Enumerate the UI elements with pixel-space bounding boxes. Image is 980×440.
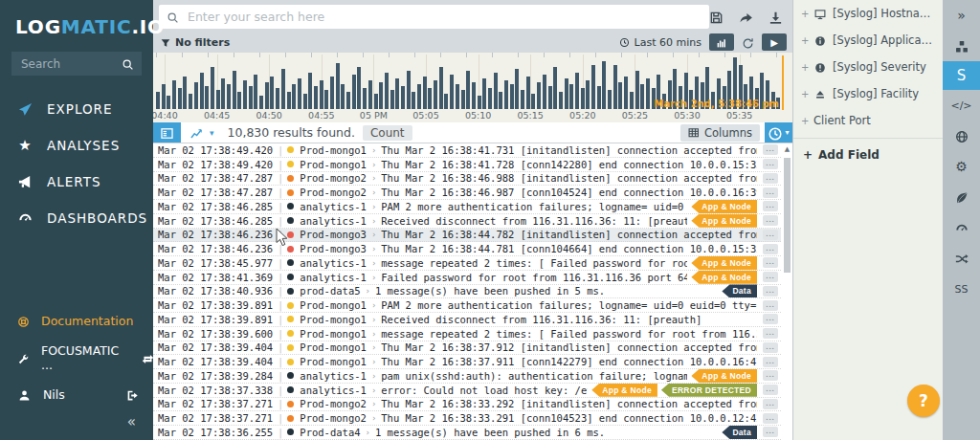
histogram-bar (499, 92, 502, 109)
timeline-histogram[interactable]: 04:4004:4504:5004:5505 PM05:0505:1005:15… (153, 53, 792, 122)
row-options-button[interactable]: ... (763, 244, 778, 254)
save-icon[interactable] (709, 9, 724, 26)
leaf-icon[interactable] (943, 182, 980, 212)
footer-item-documentation[interactable]: Documentation (0, 306, 153, 336)
row-options-button[interactable]: ... (763, 272, 778, 282)
footer-item-nils[interactable]: Nils (0, 380, 153, 409)
row-options-button[interactable]: ... (763, 300, 778, 311)
row-options-button[interactable]: ... (763, 187, 778, 198)
row-options-button[interactable]: ... (763, 427, 778, 437)
sidebar-item-dashboards[interactable]: DASHBOARDS (0, 200, 153, 236)
log-row[interactable]: Mar 02 17:38:39.404|Prod-mongo1›Thu Mar … (153, 355, 781, 369)
log-row[interactable]: Mar 02 17:38:46.285|analytics-1›PAM 2 mo… (153, 200, 781, 214)
row-options-button[interactable]: ... (763, 385, 778, 395)
chart-type-picker[interactable]: ▾ (190, 125, 214, 140)
scroll-up-icon[interactable]: ▲ (783, 145, 791, 153)
log-row[interactable]: Mar 02 17:38:49.420|Prod-mongo1›Thu Mar … (153, 158, 781, 172)
query-search[interactable] (159, 5, 709, 29)
row-options-button[interactable]: ... (763, 357, 778, 367)
log-row[interactable]: Mar 02 17:38:39.404|Prod-mongo1›Thu Mar … (153, 341, 781, 356)
histogram-toggle-button[interactable] (709, 33, 734, 51)
row-options-button[interactable]: ... (763, 201, 778, 211)
time-range-selector[interactable]: Last 60 mins (619, 36, 702, 49)
log-scrollbar[interactable]: ▲ (783, 145, 791, 438)
log-row[interactable]: Mar 02 17:38:37.338|analytics-1›error: C… (153, 384, 781, 398)
no-filters[interactable]: No filters (161, 36, 230, 49)
row-options-button[interactable]: ... (763, 399, 778, 409)
sidebar-collapse-button[interactable]: « (0, 409, 153, 430)
row-options-button[interactable]: ... (763, 286, 778, 297)
add-field-button[interactable]: + Add Field (793, 138, 943, 171)
download-icon[interactable] (768, 9, 783, 26)
chevron-right-icon: › (371, 160, 376, 169)
histogram-bar (276, 88, 279, 109)
log-row[interactable]: Mar 02 17:38:47.287|Prod-mongo2›Thu Mar … (153, 172, 781, 187)
side-panel-toggle-button[interactable] (153, 122, 181, 143)
signout-icon[interactable] (125, 387, 140, 402)
row-options-button[interactable]: ... (763, 230, 778, 240)
share-icon[interactable] (739, 9, 753, 26)
row-options-button[interactable]: ... (763, 328, 778, 339)
log-row[interactable]: Mar 02 17:38:39.600|Prod-mongo1›message … (153, 327, 781, 341)
modules-icon[interactable] (943, 31, 980, 61)
expand-right-icon[interactable]: » (943, 0, 980, 31)
row-options-button[interactable]: ... (763, 257, 778, 268)
row-options-button[interactable]: ... (763, 342, 778, 353)
field-item[interactable]: +[Syslog] Application N... (793, 27, 943, 54)
shuffle-icon[interactable] (943, 243, 980, 274)
row-options-button[interactable]: ... (763, 144, 778, 155)
gauge-icon (17, 209, 33, 227)
refresh-icon[interactable] (742, 35, 754, 50)
log-row[interactable]: Mar 02 17:38:39.284|analytics-1›pam_unix… (153, 369, 781, 384)
scrollbar-thumb[interactable] (784, 158, 791, 273)
log-row[interactable]: Mar 02 17:38:46.285|analytics-1›Received… (153, 214, 781, 229)
log-row[interactable]: Mar 02 17:38:41.369|analytics-1›Failed p… (153, 271, 781, 285)
log-row[interactable]: Mar 02 17:38:46.236|Prod-mongo3›Thu Mar … (153, 242, 781, 256)
count-chip[interactable]: Count (363, 125, 412, 141)
row-options-button[interactable]: ... (763, 215, 778, 226)
globe-icon[interactable] (943, 121, 980, 151)
log-row[interactable]: Mar 02 17:38:39.891|Prod-mongo1›PAM 2 mo… (153, 298, 781, 313)
field-item[interactable]: +[Syslog] Hostname (793, 0, 943, 27)
log-row[interactable]: Mar 02 17:38:47.287|Prod-mongo2›Thu Mar … (153, 186, 781, 200)
swap-icon[interactable] (142, 351, 154, 365)
sidebar-item-explore[interactable]: EXPLORE (0, 91, 153, 127)
play-button[interactable]: ▶ (762, 33, 787, 51)
log-row[interactable]: Mar 02 17:38:39.891|Prod-mongo1›Received… (153, 313, 781, 327)
table-grid-icon (688, 126, 700, 140)
query-search-input[interactable] (186, 9, 702, 25)
histogram-bar (374, 94, 378, 109)
panel-list-icon (161, 125, 173, 140)
sidebar-item-analyses[interactable]: ★ANALYSES (0, 127, 153, 164)
log-row[interactable]: Mar 02 17:38:49.420|Prod-mongo1›Thu Mar … (153, 143, 781, 158)
row-options-button[interactable]: ... (763, 173, 778, 184)
row-options-button[interactable]: ... (763, 159, 778, 169)
tag-data: Data (722, 284, 757, 297)
footer-item-focusmatic[interactable]: FOCUSMATIC ... (0, 336, 153, 380)
log-row[interactable]: Mar 02 17:38:46.236|Prod-mongo3›Thu Mar … (153, 229, 781, 243)
live-tail-button[interactable]: ▾ (765, 122, 792, 143)
row-options-button[interactable]: ... (763, 314, 778, 324)
row-options-button[interactable]: ... (763, 413, 778, 424)
dashboard-icon[interactable] (943, 212, 980, 243)
ss-label[interactable]: SS (943, 274, 980, 304)
columns-button[interactable]: Columns (680, 124, 760, 142)
gear-icon[interactable]: ⚙ (943, 151, 980, 182)
code-icon[interactable]: </> (943, 90, 980, 121)
log-message: Received disconnect from 116.31.116.36: … (381, 215, 687, 227)
row-options-button[interactable]: ... (763, 370, 778, 381)
log-row[interactable]: Mar 02 17:38:37.271|Prod-mongo2›Thu Mar … (153, 398, 781, 412)
sidebar-item-alerts[interactable]: ALERTS (0, 164, 153, 200)
sidebar-search-input[interactable] (19, 56, 122, 72)
log-row[interactable]: Mar 02 17:38:40.936|prod-data5›1 message… (153, 285, 781, 299)
sidebar-search[interactable] (11, 52, 142, 76)
separator: | (278, 172, 283, 184)
field-item[interactable]: +[Syslog] Facility (793, 80, 943, 107)
field-item[interactable]: +[Syslog] Severity (793, 54, 943, 80)
log-row[interactable]: Mar 02 17:38:36.255|Prod-data4›1 message… (153, 426, 781, 440)
tab-syslog[interactable]: S (943, 61, 980, 90)
log-row[interactable]: Mar 02 17:38:45.977|analytics-1›message … (153, 256, 781, 271)
log-row[interactable]: Mar 02 17:38:37.271|Prod-mongo2›Thu Mar … (153, 411, 781, 426)
field-item[interactable]: +Client Port (793, 107, 943, 134)
help-button[interactable]: ? (907, 385, 940, 417)
